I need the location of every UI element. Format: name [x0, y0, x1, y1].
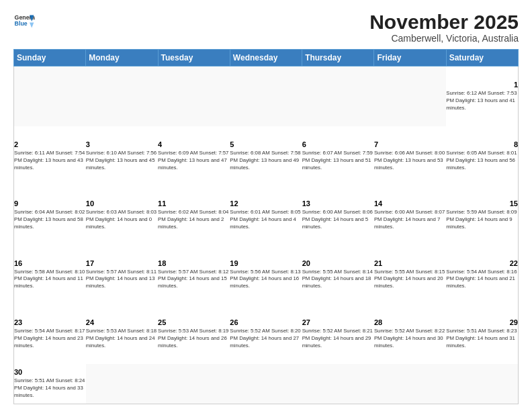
- day-number: 3: [86, 140, 158, 148]
- calendar-cell: [302, 66, 374, 126]
- day-info: Sunrise: 5:53 AM Sunset: 8:18 PM Dayligh…: [86, 328, 158, 350]
- day-number: 11: [158, 199, 230, 208]
- col-monday: Monday: [86, 50, 158, 66]
- calendar-cell: 4Sunrise: 6:09 AM Sunset: 7:57 PM Daylig…: [158, 126, 230, 185]
- day-number: 24: [86, 318, 158, 326]
- calendar-cell: 24Sunrise: 5:53 AM Sunset: 8:18 PM Dayli…: [86, 304, 158, 363]
- calendar-subtitle: Camberwell, Victoria, Australia: [369, 33, 519, 44]
- day-info: Sunrise: 5:51 AM Sunset: 8:23 PM Dayligh…: [446, 328, 518, 350]
- calendar-cell: [374, 364, 446, 404]
- day-number: 16: [14, 259, 86, 267]
- header: General Blue November 2025 Camberwell, V…: [13, 11, 519, 44]
- day-info: Sunrise: 5:55 AM Sunset: 8:14 PM Dayligh…: [302, 269, 374, 291]
- day-number: 26: [230, 318, 302, 326]
- day-info: Sunrise: 6:08 AM Sunset: 7:58 PM Dayligh…: [230, 150, 302, 172]
- calendar-cell: 8Sunrise: 6:05 AM Sunset: 8:01 PM Daylig…: [446, 126, 518, 185]
- svg-marker-3: [30, 23, 34, 28]
- calendar-cell: 28Sunrise: 5:52 AM Sunset: 8:22 PM Dayli…: [374, 304, 446, 363]
- day-info: Sunrise: 6:10 AM Sunset: 7:56 PM Dayligh…: [86, 150, 158, 172]
- day-number: 1: [446, 81, 518, 89]
- day-info: Sunrise: 5:57 AM Sunset: 8:11 PM Dayligh…: [86, 269, 158, 291]
- calendar-cell: 11Sunrise: 6:02 AM Sunset: 8:04 PM Dayli…: [158, 185, 230, 244]
- calendar-row: 2Sunrise: 6:11 AM Sunset: 7:54 PM Daylig…: [14, 126, 519, 185]
- day-info: Sunrise: 6:00 AM Sunset: 8:06 PM Dayligh…: [302, 209, 374, 231]
- col-tuesday: Tuesday: [158, 50, 230, 66]
- calendar-table: Sunday Monday Tuesday Wednesday Thursday…: [13, 49, 519, 404]
- day-info: Sunrise: 6:06 AM Sunset: 8:00 PM Dayligh…: [374, 150, 446, 172]
- day-info: Sunrise: 6:04 AM Sunset: 8:02 PM Dayligh…: [14, 209, 86, 231]
- day-info: Sunrise: 6:05 AM Sunset: 8:01 PM Dayligh…: [446, 150, 518, 172]
- calendar-cell: [86, 364, 158, 404]
- calendar-row: 1Sunrise: 6:12 AM Sunset: 7:53 PM Daylig…: [14, 66, 519, 126]
- day-info: Sunrise: 5:54 AM Sunset: 8:17 PM Dayligh…: [14, 328, 86, 350]
- calendar-cell: 22Sunrise: 5:54 AM Sunset: 8:16 PM Dayli…: [446, 245, 518, 304]
- svg-text:Blue: Blue: [15, 20, 28, 27]
- day-number: 21: [374, 259, 446, 267]
- day-number: 14: [374, 199, 446, 208]
- day-number: 12: [230, 199, 302, 208]
- calendar-cell: 13Sunrise: 6:00 AM Sunset: 8:06 PM Dayli…: [302, 185, 374, 244]
- calendar-cell: [86, 66, 158, 126]
- calendar-cell: [374, 66, 446, 126]
- calendar-cell: 15Sunrise: 5:59 AM Sunset: 8:09 PM Dayli…: [446, 185, 518, 244]
- calendar-cell: [230, 364, 302, 404]
- calendar-cell: 30Sunrise: 5:51 AM Sunset: 8:24 PM Dayli…: [14, 364, 86, 404]
- day-number: 8: [446, 140, 518, 148]
- calendar-cell: 1Sunrise: 6:12 AM Sunset: 7:53 PM Daylig…: [446, 66, 518, 126]
- calendar-cell: [14, 66, 86, 126]
- calendar-cell: 7Sunrise: 6:06 AM Sunset: 8:00 PM Daylig…: [374, 126, 446, 185]
- calendar-cell: 19Sunrise: 5:56 AM Sunset: 8:13 PM Dayli…: [230, 245, 302, 304]
- day-info: Sunrise: 5:52 AM Sunset: 8:21 PM Dayligh…: [302, 328, 374, 350]
- calendar-cell: 26Sunrise: 5:52 AM Sunset: 8:20 PM Dayli…: [230, 304, 302, 363]
- calendar-cell: 21Sunrise: 5:55 AM Sunset: 8:15 PM Dayli…: [374, 245, 446, 304]
- calendar-header-row: Sunday Monday Tuesday Wednesday Thursday…: [14, 50, 519, 66]
- calendar-body: 1Sunrise: 6:12 AM Sunset: 7:53 PM Daylig…: [14, 66, 519, 404]
- calendar-cell: 5Sunrise: 6:08 AM Sunset: 7:58 PM Daylig…: [230, 126, 302, 185]
- day-info: Sunrise: 6:07 AM Sunset: 7:59 PM Dayligh…: [302, 150, 374, 172]
- day-number: 9: [14, 199, 86, 208]
- calendar-cell: 14Sunrise: 6:00 AM Sunset: 8:07 PM Dayli…: [374, 185, 446, 244]
- day-info: Sunrise: 5:54 AM Sunset: 8:16 PM Dayligh…: [446, 269, 518, 291]
- calendar-cell: 20Sunrise: 5:55 AM Sunset: 8:14 PM Dayli…: [302, 245, 374, 304]
- title-block: November 2025 Camberwell, Victoria, Aust…: [369, 11, 519, 44]
- day-number: 22: [446, 259, 518, 267]
- day-info: Sunrise: 6:12 AM Sunset: 7:53 PM Dayligh…: [446, 90, 518, 112]
- day-info: Sunrise: 5:57 AM Sunset: 8:12 PM Dayligh…: [158, 269, 230, 291]
- calendar-cell: [158, 364, 230, 404]
- day-info: Sunrise: 6:00 AM Sunset: 8:07 PM Dayligh…: [374, 209, 446, 231]
- day-info: Sunrise: 6:09 AM Sunset: 7:57 PM Dayligh…: [158, 150, 230, 172]
- calendar-cell: [446, 364, 518, 404]
- calendar-title: November 2025: [369, 11, 519, 33]
- calendar-cell: 17Sunrise: 5:57 AM Sunset: 8:11 PM Dayli…: [86, 245, 158, 304]
- day-number: 6: [302, 140, 374, 148]
- calendar-cell: [302, 364, 374, 404]
- day-info: Sunrise: 5:51 AM Sunset: 8:24 PM Dayligh…: [14, 377, 86, 400]
- day-number: 30: [14, 368, 86, 376]
- page: General Blue November 2025 Camberwell, V…: [0, 0, 532, 411]
- day-number: 27: [302, 318, 374, 326]
- calendar-row: 16Sunrise: 5:58 AM Sunset: 8:10 PM Dayli…: [14, 245, 519, 304]
- day-number: 5: [230, 140, 302, 148]
- day-info: Sunrise: 5:55 AM Sunset: 8:15 PM Dayligh…: [374, 269, 446, 291]
- col-saturday: Saturday: [446, 50, 518, 66]
- day-number: 25: [158, 318, 230, 326]
- calendar-row: 23Sunrise: 5:54 AM Sunset: 8:17 PM Dayli…: [14, 304, 519, 363]
- calendar-row: 30Sunrise: 5:51 AM Sunset: 8:24 PM Dayli…: [14, 364, 519, 404]
- day-info: Sunrise: 5:58 AM Sunset: 8:10 PM Dayligh…: [14, 269, 86, 291]
- day-number: 20: [302, 259, 374, 267]
- day-info: Sunrise: 5:52 AM Sunset: 8:20 PM Dayligh…: [230, 328, 302, 350]
- calendar-cell: 29Sunrise: 5:51 AM Sunset: 8:23 PM Dayli…: [446, 304, 518, 363]
- col-friday: Friday: [374, 50, 446, 66]
- day-number: 28: [374, 318, 446, 326]
- day-number: 23: [14, 318, 86, 326]
- calendar-cell: 27Sunrise: 5:52 AM Sunset: 8:21 PM Dayli…: [302, 304, 374, 363]
- day-number: 19: [230, 259, 302, 267]
- day-info: Sunrise: 6:02 AM Sunset: 8:04 PM Dayligh…: [158, 209, 230, 231]
- logo: General Blue: [13, 11, 35, 32]
- day-info: Sunrise: 5:59 AM Sunset: 8:09 PM Dayligh…: [446, 209, 518, 231]
- calendar-cell: 12Sunrise: 6:01 AM Sunset: 8:05 PM Dayli…: [230, 185, 302, 244]
- day-info: Sunrise: 5:52 AM Sunset: 8:22 PM Dayligh…: [374, 328, 446, 350]
- calendar-cell: 9Sunrise: 6:04 AM Sunset: 8:02 PM Daylig…: [14, 185, 86, 244]
- day-number: 7: [374, 140, 446, 148]
- calendar-cell: 2Sunrise: 6:11 AM Sunset: 7:54 PM Daylig…: [14, 126, 86, 185]
